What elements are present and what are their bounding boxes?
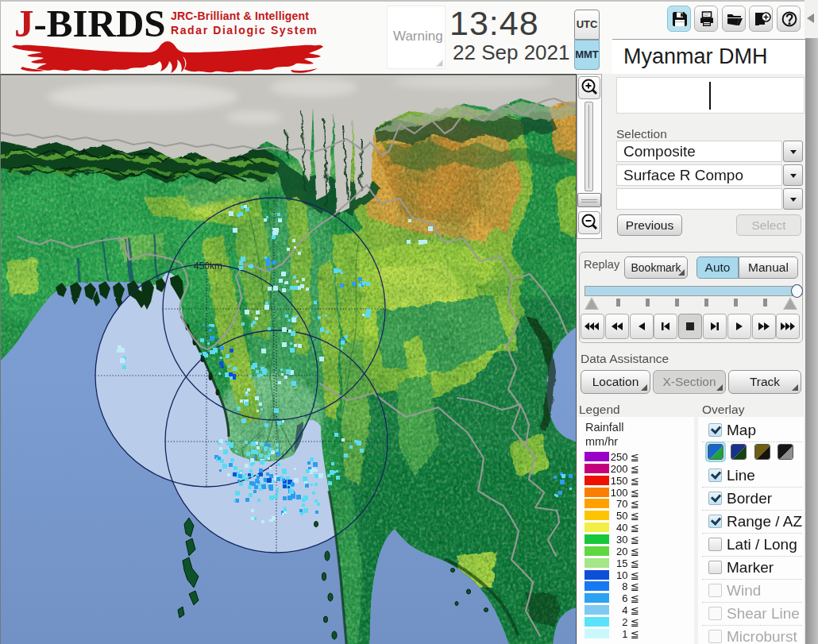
svg-text:450km: 450km (194, 260, 222, 272)
